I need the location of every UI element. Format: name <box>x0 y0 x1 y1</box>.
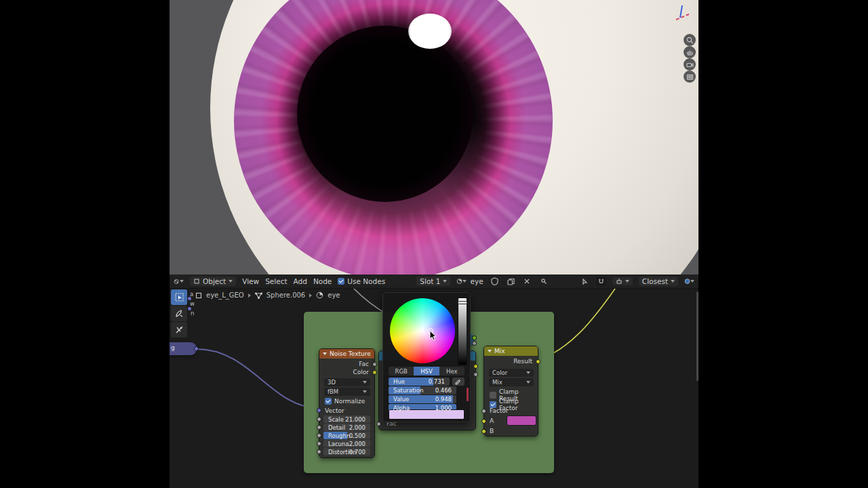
viewport-camera-button[interactable] <box>684 58 696 70</box>
menu-view[interactable]: View <box>242 277 259 285</box>
mix-node[interactable]: Mix Result Color Mix Clamp Result Clamp … <box>484 346 538 436</box>
normalize-checkbox[interactable] <box>325 398 332 405</box>
tab-hsv[interactable]: HSV <box>414 367 439 375</box>
mix-blend-mode-dropdown[interactable]: Mix <box>489 378 534 386</box>
magnifier-icon <box>686 37 694 44</box>
menu-select[interactable]: Select <box>265 277 287 285</box>
mix-a-socket[interactable] <box>481 419 486 424</box>
tool-annotate[interactable] <box>171 306 187 321</box>
noise-distortion-socket[interactable] <box>317 449 321 454</box>
noise-scale-slider[interactable]: Scale 21.000 <box>323 415 370 423</box>
output-socket[interactable] <box>472 336 477 340</box>
breadcrumb-object[interactable]: eye_L_GEO <box>206 291 244 299</box>
noise-type-dropdown[interactable]: fBM <box>324 388 370 396</box>
noise-detail-slider[interactable]: Detail 2.000 <box>323 424 370 431</box>
mix-factor-socket[interactable] <box>481 409 486 413</box>
mapping-node-collapsed[interactable]: g <box>170 342 197 355</box>
use-nodes-checkbox[interactable] <box>338 278 344 285</box>
noise-scale-socket[interactable] <box>317 417 321 422</box>
mix-a-input-label: A <box>490 418 494 424</box>
snap-with-dropdown[interactable] <box>612 277 633 285</box>
tab-rgb[interactable]: RGB <box>389 367 414 375</box>
editor-scrollbar[interactable] <box>696 291 698 381</box>
menu-add[interactable]: Add <box>294 277 307 285</box>
snap-mode-dropdown[interactable]: Closest <box>639 277 678 286</box>
noise-fac-output-label: Fac <box>359 361 369 367</box>
noise-lacunarity-socket[interactable] <box>317 441 321 446</box>
noise-roughness-socket[interactable] <box>317 433 321 438</box>
saturation-slider[interactable]: Saturation 0.466 <box>389 386 456 394</box>
new-material-button[interactable] <box>506 277 516 287</box>
noise-fac-socket[interactable] <box>372 362 377 367</box>
snap-cursor-icon[interactable] <box>580 277 590 287</box>
overlay-sphere-dropdown[interactable] <box>684 277 694 287</box>
param-value: 0.700 <box>349 449 366 455</box>
noise-node-header[interactable]: Noise Texture <box>319 349 374 359</box>
noise-texture-node[interactable]: Noise Texture Fac Color 3D fBM Normalize… <box>319 348 375 458</box>
tab-hex[interactable]: Hex <box>439 367 465 375</box>
noise-distortion-slider[interactable]: Distortion 0.700 <box>323 448 370 455</box>
object-mode-dropdown[interactable]: Object <box>190 277 236 286</box>
viewport-3d[interactable] <box>170 0 698 274</box>
ramp-stop-strip <box>467 388 469 401</box>
pin-button[interactable] <box>538 277 549 287</box>
tool-select-box[interactable] <box>171 289 187 305</box>
ramp-color-socket[interactable] <box>473 364 478 369</box>
viewport-zoom-button[interactable] <box>684 34 696 46</box>
slot-dropdown[interactable]: Slot 1 <box>416 277 450 286</box>
fake-user-shield-button[interactable] <box>490 277 500 287</box>
tool-cut-links[interactable] <box>171 322 187 338</box>
eyedropper-button[interactable] <box>452 378 465 386</box>
mix-b-socket[interactable] <box>481 429 486 434</box>
menu-node[interactable]: Node <box>313 277 332 285</box>
slot-label: Slot 1 <box>420 277 440 285</box>
editor-type-icon[interactable] <box>174 277 184 287</box>
mapping-output-socket[interactable] <box>194 346 199 351</box>
noise-color-output-label: Color <box>353 369 370 375</box>
vector-socket[interactable] <box>187 296 192 301</box>
ramp-fac-socket[interactable] <box>376 422 381 426</box>
value-slider[interactable] <box>458 298 467 365</box>
noise-roughness-slider[interactable]: Roughn.. 0.500 <box>323 432 370 439</box>
material-browse-dropdown[interactable] <box>456 277 467 287</box>
vector-socket[interactable] <box>187 306 192 311</box>
material-name[interactable]: eye <box>470 277 483 285</box>
noise-detail-socket[interactable] <box>317 425 321 430</box>
color-wheel[interactable] <box>390 298 455 363</box>
mix-result-socket[interactable] <box>536 359 540 364</box>
noise-lacunarity-slider[interactable]: Lacuna... 2.000 <box>323 440 370 447</box>
mix-blend-mode-value: Mix <box>492 379 502 386</box>
alpha-label: Alpha <box>393 405 410 411</box>
hand-icon <box>686 49 694 56</box>
noise-dimensions-dropdown[interactable]: 3D <box>324 378 370 386</box>
mix-data-type-dropdown[interactable]: Color <box>489 369 534 377</box>
breadcrumb-mesh[interactable]: Sphere.006 <box>267 291 306 299</box>
mix-result-output-label: Result <box>513 358 532 365</box>
breadcrumb-material[interactable]: eye <box>328 291 340 299</box>
chevron-down-icon <box>180 280 184 283</box>
mix-node-header[interactable]: Mix <box>484 346 538 356</box>
chevron-down-icon <box>363 390 367 393</box>
ramp-alpha-socket[interactable] <box>473 372 478 377</box>
letterbox-right <box>698 0 868 488</box>
noise-normalize-row[interactable]: Normalize <box>325 398 365 405</box>
snap-magnet-toggle[interactable] <box>596 277 606 287</box>
value-slider-handle[interactable] <box>458 301 467 304</box>
viewport-pan-button[interactable] <box>684 46 696 58</box>
viewport-perspective-button[interactable] <box>684 70 696 83</box>
value-row-slider[interactable]: Value 0.948 <box>389 395 456 403</box>
hue-slider[interactable]: Hue 0.731 <box>389 378 450 386</box>
noise-color-socket[interactable] <box>372 370 377 375</box>
unlink-material-button[interactable] <box>522 277 532 287</box>
saturation-label: Saturation <box>393 387 423 394</box>
alpha-value: 1.000 <box>435 405 452 411</box>
value-label: Value <box>393 396 409 403</box>
value-value: 0.948 <box>435 396 452 403</box>
knife-icon <box>175 325 184 334</box>
mix-a-color-swatch[interactable] <box>507 415 536 426</box>
chevron-down-icon <box>526 371 530 374</box>
output-socket[interactable] <box>472 341 477 346</box>
color-picker-popup[interactable]: RGB HSV Hex Hue 0.731 Saturation 0.466 V… <box>382 292 471 422</box>
noise-vector-socket[interactable] <box>317 408 321 413</box>
shader-node-editor[interactable]: Object View Select Add Node Use Nodes Sl… <box>170 274 698 488</box>
